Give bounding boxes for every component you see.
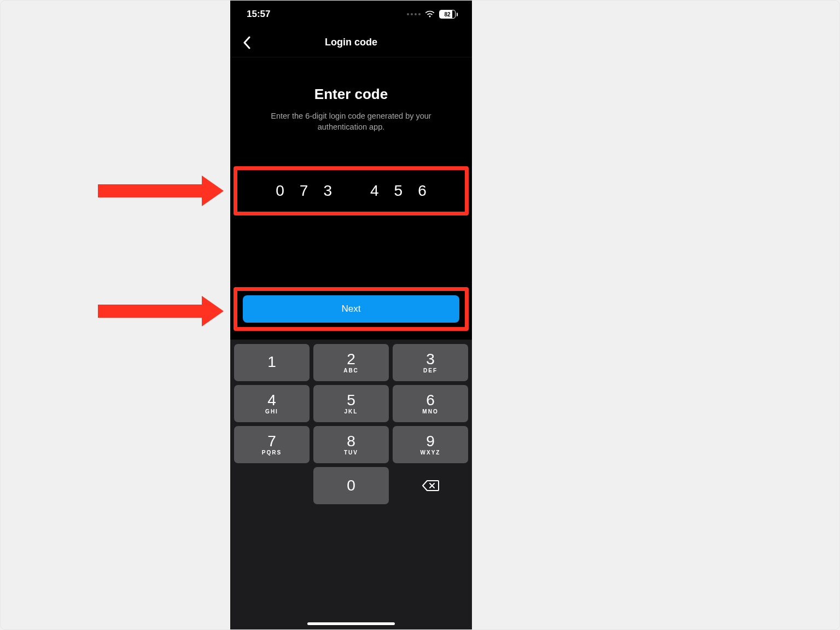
status-bar: 15:57 82 xyxy=(230,1,472,28)
key-6[interactable]: 6MNO xyxy=(393,385,468,422)
next-highlight: Next xyxy=(230,287,472,331)
key-blank xyxy=(234,467,310,504)
key-3-letters: DEF xyxy=(423,368,438,374)
battery-icon: 82 xyxy=(439,10,458,19)
key-2-letters: ABC xyxy=(343,368,359,374)
key-1-num: 1 xyxy=(267,354,276,370)
key-2-num: 2 xyxy=(347,352,355,367)
code-highlight: 0 7 3 4 5 6 xyxy=(230,166,472,215)
battery-level: 82 xyxy=(444,11,450,18)
page-subtitle: Enter the 6-digit login code generated b… xyxy=(240,110,462,133)
home-indicator[interactable] xyxy=(307,622,395,625)
key-1[interactable]: 1 xyxy=(234,344,310,381)
code-digit-5: 6 xyxy=(418,182,427,200)
code-input[interactable]: 0 7 3 4 5 6 xyxy=(234,166,469,215)
key-backspace[interactable] xyxy=(393,467,468,504)
key-7-num: 7 xyxy=(267,434,276,449)
code-digit-4: 5 xyxy=(394,182,403,200)
key-2[interactable]: 2ABC xyxy=(313,344,389,381)
back-button[interactable] xyxy=(235,28,259,57)
key-0[interactable]: 0 xyxy=(313,467,389,504)
code-digit-0: 0 xyxy=(276,182,284,200)
key-6-num: 6 xyxy=(426,393,435,408)
main-content: Enter code Enter the 6-digit login code … xyxy=(230,57,472,133)
code-digit-3: 4 xyxy=(370,182,379,200)
key-7-letters: PQRS xyxy=(262,450,282,456)
key-9-letters: WXYZ xyxy=(421,450,441,456)
nav-title: Login code xyxy=(325,37,377,48)
code-digit-1: 7 xyxy=(300,182,308,200)
phone-frame: 15:57 82 Login code En xyxy=(230,1,472,630)
page-heading: Enter code xyxy=(240,86,462,103)
backspace-icon xyxy=(422,479,439,492)
chevron-left-icon xyxy=(243,36,250,49)
status-right: 82 xyxy=(407,10,458,19)
nav-header: Login code xyxy=(230,28,472,57)
key-4[interactable]: 4GHI xyxy=(234,385,310,422)
key-4-num: 4 xyxy=(267,393,276,408)
next-button[interactable]: Next xyxy=(243,295,459,323)
key-5-letters: JKL xyxy=(345,409,358,415)
numeric-keypad: 1 2ABC 3DEF 4GHI 5JKL 6MNO 7PQRS 8TUV 9W… xyxy=(230,340,472,630)
key-6-letters: MNO xyxy=(422,409,438,415)
key-5[interactable]: 5JKL xyxy=(313,385,389,422)
key-8-num: 8 xyxy=(347,434,355,449)
key-9[interactable]: 9WXYZ xyxy=(393,426,468,463)
key-5-num: 5 xyxy=(347,393,355,408)
key-3[interactable]: 3DEF xyxy=(393,344,468,381)
cellular-dots-icon xyxy=(407,13,421,15)
key-0-num: 0 xyxy=(347,478,355,493)
key-8[interactable]: 8TUV xyxy=(313,426,389,463)
code-digits: 0 7 3 4 5 6 xyxy=(276,182,426,200)
key-9-num: 9 xyxy=(426,434,435,449)
key-7[interactable]: 7PQRS xyxy=(234,426,310,463)
callout-arrow-2 xyxy=(98,296,224,326)
code-digit-2: 3 xyxy=(323,182,332,200)
wifi-icon xyxy=(425,10,435,18)
key-3-num: 3 xyxy=(426,352,435,367)
tutorial-canvas: 15:57 82 Login code En xyxy=(0,0,840,630)
key-4-letters: GHI xyxy=(265,409,278,415)
key-8-letters: TUV xyxy=(344,450,358,456)
callout-arrow-1 xyxy=(98,176,224,206)
status-time: 15:57 xyxy=(247,9,270,20)
